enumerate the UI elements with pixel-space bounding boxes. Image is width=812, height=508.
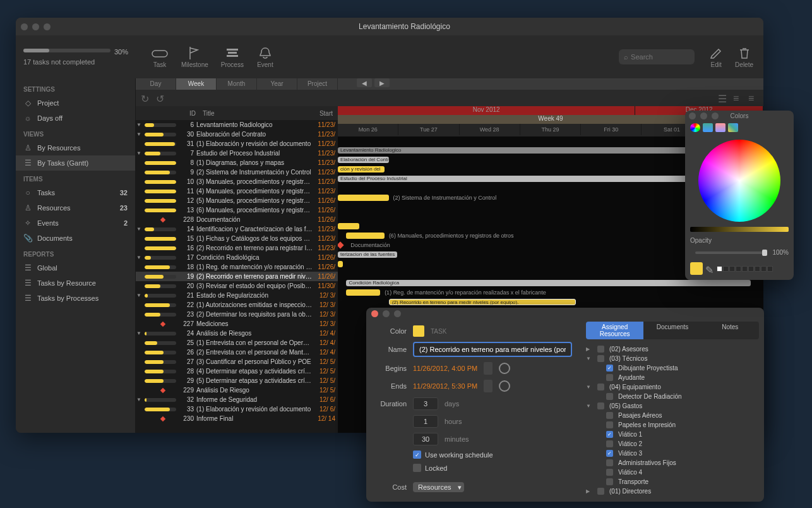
resource-checkbox[interactable]: ✓	[606, 450, 613, 457]
view-day[interactable]: Day	[136, 78, 176, 90]
resource-checkbox[interactable]	[606, 374, 613, 381]
task-row[interactable]: 26(2) Entrevista con el personal de Mant…	[136, 348, 338, 357]
gantt-milestone[interactable]	[338, 241, 344, 248]
sort-icon-2[interactable]: ↺	[156, 93, 166, 103]
begins-stepper[interactable]	[484, 362, 493, 375]
disclosure-icon[interactable]: ▼	[136, 131, 142, 137]
inspector-close[interactable]	[371, 310, 378, 317]
edit-button[interactable]: Edit	[707, 46, 725, 68]
current-color-swatch[interactable]	[690, 262, 703, 275]
task-row[interactable]: 229Análisis De Riesgo12/ 5/	[136, 385, 338, 395]
name-input[interactable]	[413, 342, 572, 357]
disclosure-icon[interactable]: ▼	[136, 293, 142, 298]
disclosure-icon[interactable]: ▼	[586, 384, 592, 390]
color-wheel-mode[interactable]	[690, 123, 700, 132]
resource-item[interactable]: Detector De Radiación	[586, 392, 759, 401]
color-wheel[interactable]	[698, 140, 780, 222]
resource-checkbox[interactable]	[606, 393, 613, 400]
new-process-button[interactable]: Process	[221, 46, 244, 68]
search-box[interactable]: ⌕	[619, 49, 695, 64]
swatch-cell[interactable]	[767, 266, 773, 272]
swatch-cell[interactable]	[717, 266, 722, 272]
tab-documents[interactable]: Documents	[643, 322, 701, 339]
resource-checkbox[interactable]	[606, 412, 613, 419]
tab-notes[interactable]: Notes	[702, 322, 759, 339]
resource-item[interactable]: ✓Dibujante Proyectista	[586, 363, 759, 373]
task-row[interactable]: 12(5) Manuales, procedimientos y registr…	[136, 196, 338, 205]
task-row[interactable]: 16(2) Recorrido en terreno para registra…	[136, 243, 338, 253]
brightness-slider[interactable]	[690, 227, 789, 232]
task-row[interactable]: 25(1) Entrevista con el personal de Oper…	[136, 338, 338, 348]
task-row[interactable]: 20(3) Revisar el estado del equipo (Posi…	[136, 281, 338, 291]
task-row[interactable]: 29(5) Determinar etapas y actividades cr…	[136, 376, 338, 385]
disclosure-icon[interactable]: ▼	[136, 330, 142, 336]
sidebar-tasks-by-processes[interactable]: ☰Tasks by Processes	[16, 291, 135, 306]
clock-icon[interactable]	[499, 363, 510, 374]
swatch-cell[interactable]	[742, 266, 748, 272]
task-row[interactable]: 19(2) Recorrido en terreno para medir ni…	[136, 272, 338, 281]
disclosure-icon[interactable]: ▼	[136, 150, 142, 156]
nav-prev[interactable]: ◀	[357, 78, 372, 87]
sort-icon-1[interactable]: ↻	[141, 93, 151, 103]
resource-checkbox[interactable]	[597, 384, 604, 390]
minimize-button[interactable]	[32, 23, 39, 30]
task-row[interactable]: ▼32Informe de Seguridad12/ 6/	[136, 395, 338, 404]
sidebar-by-tasks[interactable]: ☰By Tasks (Gantt)	[16, 155, 135, 171]
color-spectrum-mode[interactable]	[728, 123, 738, 132]
resource-item[interactable]: Viático 4	[586, 468, 759, 477]
sidebar-documents[interactable]: 📎Documents	[16, 231, 135, 246]
task-row[interactable]: ▼17Condición Radiológica11/26/	[136, 253, 338, 262]
task-row[interactable]: ▼30Elaboración del Contrato11/23/	[136, 130, 338, 139]
nav-next[interactable]: ▶	[374, 78, 390, 87]
resource-checkbox[interactable]	[597, 355, 604, 362]
resource-checkbox[interactable]	[597, 402, 604, 409]
swatch-cell[interactable]	[748, 266, 754, 272]
resource-item[interactable]: Viático 2	[586, 439, 759, 449]
task-row[interactable]: 230Informe Final12/ 14	[136, 414, 338, 423]
list-view-icon[interactable]: ☰	[718, 93, 728, 103]
gantt-bar[interactable]	[338, 261, 343, 267]
view-week[interactable]: Week	[176, 78, 217, 90]
disclosure-icon[interactable]: ▼	[586, 403, 592, 409]
gantt-bar[interactable]: Estudio del Proceso Industrial	[338, 176, 742, 182]
resource-item[interactable]: Pasajes Aéreos	[586, 411, 759, 420]
new-event-button[interactable]: Event	[256, 46, 274, 68]
opacity-slider[interactable]	[695, 251, 767, 254]
resource-item[interactable]: ▼(03) Técnicos	[586, 354, 759, 363]
colors-close[interactable]	[689, 112, 696, 119]
sidebar-by-resources[interactable]: ♙By Resources	[16, 140, 135, 155]
use-schedule-checkbox[interactable]: ✓	[413, 451, 421, 459]
task-row[interactable]: 33(1) Elaboración y revisión del documen…	[136, 404, 338, 414]
outdent-icon[interactable]: ≡	[748, 93, 758, 103]
view-year[interactable]: Year	[257, 78, 297, 90]
resource-item[interactable]: ▶(01) Directores	[586, 487, 759, 496]
gantt-bar[interactable]: Elaboración del Contrato	[338, 157, 389, 163]
sidebar-global[interactable]: ☰Global	[16, 260, 135, 275]
indent-icon[interactable]: ≡	[733, 93, 743, 103]
resource-checkbox[interactable]	[597, 488, 604, 495]
task-row[interactable]: ▼14Identificacion y Caracterizacion de l…	[136, 224, 338, 234]
colors-zoom[interactable]	[712, 112, 719, 119]
task-row[interactable]: 10(3) Manuales, procedimientos y registr…	[136, 177, 338, 186]
inspector-zoom[interactable]	[394, 310, 401, 317]
disclosure-icon[interactable]: ▼	[136, 397, 142, 402]
resource-checkbox[interactable]	[606, 440, 613, 447]
delete-button[interactable]: Delete	[735, 46, 753, 68]
disclosure-icon[interactable]: ▼	[586, 356, 592, 361]
disclosure-icon[interactable]: ▶	[586, 346, 592, 352]
sidebar-days-off[interactable]: ☼Days off	[16, 111, 135, 126]
color-swatch[interactable]	[413, 325, 424, 337]
swatch-cell[interactable]	[729, 266, 735, 272]
resource-checkbox[interactable]: ✓	[606, 431, 613, 438]
disclosure-icon[interactable]: ▼	[136, 226, 142, 232]
swatch-cell[interactable]	[755, 266, 760, 272]
resource-item[interactable]: ▼(04) Equipamiento	[586, 382, 759, 392]
tab-assigned-resources[interactable]: Assigned Resources	[586, 322, 643, 339]
task-row[interactable]: ▼21Estado de Regularización12/ 3/	[136, 291, 338, 300]
duration-days-input[interactable]	[413, 397, 438, 410]
task-row[interactable]: 23(2) Determinar los requisitos para la …	[136, 310, 338, 319]
gantt-bar[interactable]	[338, 195, 389, 201]
resource-checkbox[interactable]	[606, 459, 613, 466]
sidebar-project[interactable]: ◇Project	[16, 95, 135, 111]
task-row[interactable]: 11(4) Manuales, procedimientos y registr…	[136, 186, 338, 196]
